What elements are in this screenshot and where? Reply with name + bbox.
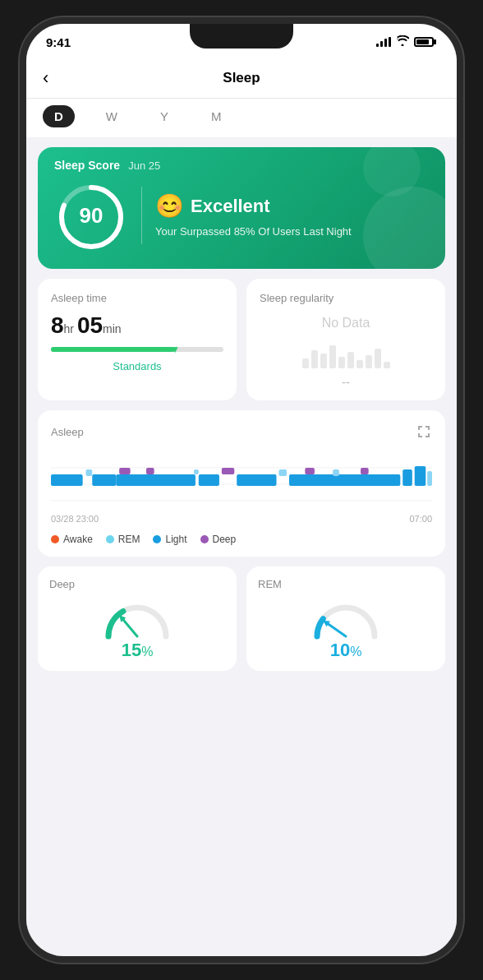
bottom-row: Deep 15%	[38, 566, 445, 671]
progress-bar-container: ▼	[51, 347, 223, 352]
battery-icon	[414, 37, 434, 47]
svg-rect-7	[51, 474, 83, 486]
rem-card-label: REM	[258, 578, 434, 590]
legend-light: Light	[153, 534, 186, 545]
deep-legend-label: Deep	[213, 534, 237, 545]
regularity-bar	[366, 355, 372, 368]
progress-arrow: ▼	[170, 344, 180, 355]
score-label: Sleep Score	[54, 159, 120, 172]
regularity-bar	[338, 357, 345, 368]
expand-icon[interactable]	[416, 423, 432, 440]
tab-day[interactable]: D	[43, 105, 75, 127]
svg-rect-21	[361, 468, 369, 474]
regularity-bar	[320, 354, 327, 368]
rem-percent: 10%	[258, 640, 434, 661]
svg-rect-13	[199, 474, 219, 486]
period-tabs: D W Y M	[26, 99, 457, 137]
svg-rect-22	[402, 469, 412, 486]
sleep-score-card: Sleep Score Jun 25 90 😊 Excellent Your S…	[38, 147, 445, 269]
light-dot	[153, 535, 161, 543]
legend-rem: REM	[106, 534, 140, 545]
score-description: Your Surpassed 85% Of Users Last Night	[155, 224, 429, 239]
regularity-bar	[347, 352, 354, 368]
svg-rect-23	[415, 466, 426, 486]
standards-link[interactable]: Standards	[51, 360, 223, 372]
regularity-bars	[260, 339, 432, 368]
svg-rect-19	[305, 468, 315, 474]
score-date: Jun 25	[128, 159, 160, 172]
score-rating-row: 😊 Excellent	[155, 192, 429, 220]
svg-rect-11	[119, 468, 131, 474]
info-row: Asleep time 8hr 05min ▼ Standards Sleep …	[38, 279, 445, 400]
svg-line-25	[122, 619, 137, 636]
hr-unit: hr	[64, 322, 77, 335]
score-rating: Excellent	[191, 196, 270, 217]
asleep-chart-title: Asleep	[51, 426, 84, 438]
regularity-bar	[375, 349, 381, 368]
progress-fill: ▼	[51, 347, 175, 352]
notch	[190, 24, 293, 49]
status-icons	[376, 35, 434, 49]
regularity-label: Sleep regularity	[260, 292, 432, 304]
no-data-dash: --	[260, 375, 432, 389]
wifi-icon	[396, 35, 409, 49]
progress-bar: ▼	[51, 347, 223, 352]
back-button[interactable]: ‹	[43, 67, 48, 89]
svg-rect-12	[146, 468, 154, 474]
awake-label: Awake	[63, 534, 93, 545]
regularity-bar	[329, 345, 336, 368]
svg-rect-9	[86, 469, 93, 476]
tab-week[interactable]: W	[94, 105, 129, 127]
score-emoji: 😊	[155, 192, 184, 220]
regularity-bar	[302, 358, 309, 368]
asleep-chart-header: Asleep	[51, 423, 432, 440]
deep-gauge	[100, 597, 174, 638]
deep-card-label: Deep	[49, 578, 225, 590]
sleep-regularity-card: Sleep regularity No Data --	[246, 279, 445, 400]
legend-deep: Deep	[200, 534, 237, 545]
deep-percent: 15%	[49, 640, 225, 661]
svg-rect-18	[289, 474, 400, 486]
svg-text:90: 90	[80, 203, 104, 228]
rem-dot	[106, 535, 114, 543]
regularity-bar	[356, 360, 363, 368]
svg-rect-16	[237, 474, 276, 486]
svg-rect-17	[278, 469, 287, 476]
svg-rect-8	[92, 474, 116, 486]
sleep-chart	[51, 451, 432, 509]
score-circle: 90	[54, 180, 128, 254]
status-bar: 9:41	[26, 24, 457, 60]
status-time: 9:41	[46, 35, 71, 49]
score-right: 😊 Excellent Your Surpassed 85% Of Users …	[155, 192, 429, 239]
sleep-legend: Awake REM Light Deep	[51, 534, 432, 545]
chart-time-labels: 03/28 23:00 07:00	[51, 514, 432, 524]
chart-time-end: 07:00	[409, 514, 432, 524]
asleep-time-label: Asleep time	[51, 292, 223, 304]
page-header: ‹ Sleep	[26, 60, 457, 99]
tab-year[interactable]: Y	[149, 105, 180, 127]
svg-rect-14	[194, 469, 199, 474]
svg-rect-10	[116, 474, 196, 486]
no-data-label: No Data	[260, 316, 432, 331]
tab-month[interactable]: M	[200, 105, 233, 127]
rem-gauge	[309, 597, 383, 638]
regularity-bar	[311, 350, 318, 368]
score-divider	[141, 187, 142, 244]
svg-rect-15	[222, 468, 234, 474]
deep-card: Deep 15%	[38, 566, 237, 671]
svg-rect-20	[333, 469, 339, 476]
asleep-time-value: 8hr 05min	[51, 312, 223, 339]
deep-dot	[200, 535, 209, 543]
app-content: ‹ Sleep D W Y M Sleep Score Jun 25 90	[26, 60, 457, 956]
svg-rect-24	[427, 471, 432, 486]
min-unit: min	[103, 322, 122, 335]
asleep-hours: 8	[51, 312, 64, 338]
score-header: Sleep Score Jun 25	[54, 159, 160, 172]
asleep-time-card: Asleep time 8hr 05min ▼ Standards	[38, 279, 237, 400]
regularity-bar	[384, 362, 390, 368]
awake-dot	[51, 535, 59, 543]
asleep-chart-card: Asleep	[38, 410, 445, 557]
signal-icon	[376, 37, 391, 47]
rem-legend-label: REM	[118, 534, 140, 545]
legend-awake: Awake	[51, 534, 93, 545]
